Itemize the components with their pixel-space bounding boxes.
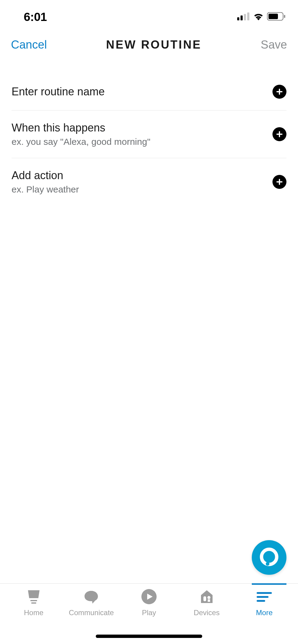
svg-rect-23 xyxy=(257,600,265,602)
svg-rect-1 xyxy=(241,15,243,20)
svg-point-14 xyxy=(266,562,269,566)
svg-rect-3 xyxy=(247,12,249,20)
main-content: Enter routine name When this happens ex.… xyxy=(0,85,298,203)
tab-label: More xyxy=(256,608,273,617)
svg-rect-12 xyxy=(276,181,282,182)
play-icon xyxy=(141,588,157,606)
tab-label: Communicate xyxy=(69,608,114,617)
routine-name-row[interactable]: Enter routine name xyxy=(12,85,286,111)
add-name-button[interactable] xyxy=(272,85,286,99)
tab-active-indicator xyxy=(252,583,286,585)
svg-rect-6 xyxy=(284,15,285,18)
add-action-button[interactable] xyxy=(272,175,286,189)
home-icon xyxy=(26,588,42,606)
alexa-icon xyxy=(260,547,279,567)
svg-rect-2 xyxy=(244,14,246,20)
svg-point-13 xyxy=(262,549,277,564)
status-time: 6:01 xyxy=(24,10,47,24)
nav-bar: Cancel NEW ROUTINE Save xyxy=(0,38,298,51)
cellular-icon xyxy=(237,12,250,22)
speech-bubble-icon xyxy=(83,588,99,606)
routine-name-label: Enter routine name xyxy=(12,85,105,98)
trigger-subtitle: ex. you say "Alexa, good morning" xyxy=(12,137,151,147)
page-title: NEW ROUTINE xyxy=(106,38,202,51)
devices-icon xyxy=(199,588,215,606)
svg-rect-18 xyxy=(203,596,206,601)
trigger-row[interactable]: When this happens ex. you say "Alexa, go… xyxy=(12,111,286,158)
tab-label: Home xyxy=(24,608,43,617)
plus-icon xyxy=(276,131,283,138)
svg-rect-10 xyxy=(276,134,282,135)
status-icons xyxy=(237,12,286,22)
alexa-fab-button[interactable] xyxy=(252,540,286,575)
plus-icon xyxy=(276,178,283,186)
svg-rect-16 xyxy=(31,602,36,604)
svg-rect-21 xyxy=(257,592,272,594)
svg-rect-5 xyxy=(269,14,278,19)
tab-home[interactable]: Home xyxy=(6,589,61,644)
trigger-title: When this happens xyxy=(12,121,151,134)
status-bar: 6:01 xyxy=(0,8,298,26)
add-trigger-button[interactable] xyxy=(272,127,286,141)
svg-rect-8 xyxy=(276,91,282,92)
wifi-icon xyxy=(252,12,265,22)
svg-rect-22 xyxy=(257,596,269,598)
svg-point-19 xyxy=(207,596,210,599)
tab-label: Play xyxy=(142,608,156,617)
plus-icon xyxy=(276,88,283,95)
action-row[interactable]: Add action ex. Play weather xyxy=(12,158,286,203)
save-button[interactable]: Save xyxy=(261,38,287,51)
home-indicator[interactable] xyxy=(96,635,202,638)
action-title: Add action xyxy=(12,169,79,182)
svg-rect-15 xyxy=(30,600,37,601)
cancel-button[interactable]: Cancel xyxy=(11,38,47,51)
tab-more[interactable]: More xyxy=(237,589,292,644)
svg-rect-20 xyxy=(208,599,210,602)
battery-icon xyxy=(267,12,286,22)
more-icon xyxy=(255,588,273,606)
tab-label: Devices xyxy=(194,608,220,617)
svg-rect-0 xyxy=(237,17,239,20)
action-subtitle: ex. Play weather xyxy=(12,184,79,195)
